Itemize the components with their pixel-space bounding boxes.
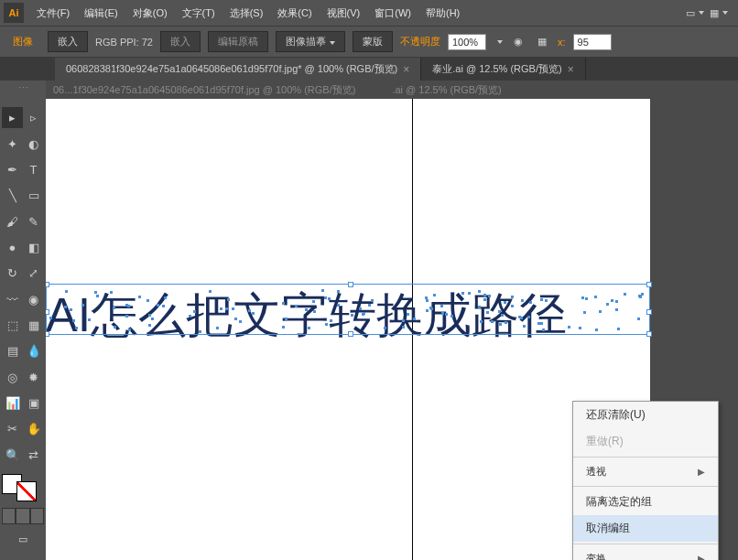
- swap-fill-stroke[interactable]: ⇄: [23, 445, 44, 466]
- menu-isolate-group[interactable]: 隔离选定的组: [573, 489, 718, 515]
- chevron-right-icon: ▶: [698, 554, 705, 560]
- align-icon[interactable]: ▦: [534, 34, 550, 50]
- image-trace-button[interactable]: 图像描摹: [276, 31, 345, 52]
- fill-stroke-swatches[interactable]: [2, 474, 44, 501]
- type-tool[interactable]: T: [23, 159, 44, 180]
- toolbox-handle[interactable]: ⋯: [2, 82, 44, 102]
- menu-text[interactable]: 文字(T): [175, 3, 222, 24]
- menu-undo[interactable]: 还原清除(U): [573, 402, 718, 428]
- selection-tool[interactable]: ▸: [2, 107, 23, 128]
- eraser-tool[interactable]: ◧: [23, 237, 44, 258]
- style-icon[interactable]: ◉: [510, 34, 526, 50]
- menu-help[interactable]: 帮助(H): [418, 3, 467, 24]
- ghost-tab-1: 06...1f30e924e75a1a0645086e061d95f70f.jp…: [53, 83, 355, 96]
- x-input[interactable]: 95: [573, 34, 612, 50]
- close-icon[interactable]: ×: [568, 63, 574, 76]
- line-tool[interactable]: ╲: [2, 185, 23, 206]
- gradient-tool[interactable]: ▦: [23, 315, 44, 336]
- tab-label: 060828381f30e924e75a1a0645086e061d95f70f…: [66, 62, 397, 76]
- mesh-tool[interactable]: ▤: [2, 340, 23, 361]
- pencil-tool[interactable]: ✎: [23, 211, 44, 232]
- opacity-label: 不透明度: [400, 35, 440, 48]
- canvas-area[interactable]: 06...1f30e924e75a1a0645086e061d95f70f.jp…: [46, 81, 738, 560]
- lasso-tool[interactable]: ◐: [23, 134, 44, 155]
- shape-builder-tool[interactable]: ⬚: [2, 315, 23, 336]
- mode-inside[interactable]: [30, 508, 44, 524]
- menu-redo: 重做(R): [573, 428, 718, 455]
- rotate-tool[interactable]: ↻: [2, 263, 23, 284]
- hand-tool[interactable]: ✋: [23, 418, 44, 439]
- slice-tool[interactable]: ✂: [2, 418, 23, 439]
- workspace-icon[interactable]: ▦: [711, 5, 727, 21]
- blend-tool[interactable]: ◎: [2, 367, 23, 388]
- layout-icon[interactable]: ▭: [687, 5, 703, 21]
- edit-original-button[interactable]: 编辑原稿: [208, 31, 268, 52]
- context-menu: 还原清除(U) 重做(R) 透视▶ 隔离选定的组 取消编组 变换▶ 排列▶ 选择…: [572, 401, 719, 560]
- close-icon[interactable]: ×: [403, 63, 409, 76]
- x-label: x:: [558, 37, 566, 48]
- menu-file[interactable]: 文件(F): [29, 3, 77, 24]
- draw-modes[interactable]: [2, 508, 44, 524]
- opacity-input[interactable]: 100%: [448, 34, 486, 50]
- symbol-tool[interactable]: ✹: [23, 367, 44, 388]
- direct-selection-tool[interactable]: ▹: [23, 107, 44, 128]
- menu-select[interactable]: 选择(S): [222, 3, 271, 24]
- menu-object[interactable]: 对象(O): [125, 3, 175, 24]
- chevron-right-icon: ▶: [698, 467, 705, 477]
- image-label: 图像: [5, 35, 40, 48]
- brush-tool[interactable]: 🖌: [2, 211, 23, 232]
- embed-button-1[interactable]: 嵌入: [48, 31, 88, 52]
- app-icon: Ai: [4, 3, 24, 23]
- toolbox: ⋯ ▸ ▹ ✦ ◐ ✒ T ╲ ▭ 🖌 ✎ ● ◧ ↻ ⤢ 〰 ◉ ⬚ ▦ ▤ …: [0, 81, 46, 560]
- tab-document-1[interactable]: 060828381f30e924e75a1a0645086e061d95f70f…: [55, 58, 421, 81]
- warp-tool[interactable]: ◉: [23, 289, 44, 310]
- menu-edit[interactable]: 编辑(E): [77, 3, 125, 24]
- screen-mode[interactable]: ▭: [2, 533, 44, 554]
- menu-effect[interactable]: 效果(C): [270, 3, 319, 24]
- ghost-tab-2: .ai @ 12.5% (RGB/预览): [392, 83, 501, 96]
- rectangle-tool[interactable]: ▭: [23, 185, 44, 206]
- outlined-text-object[interactable]: AI怎么把文字转换成路径: [46, 284, 567, 348]
- pen-tool[interactable]: ✒: [2, 159, 23, 180]
- eyedropper-tool[interactable]: 💧: [23, 340, 44, 361]
- stroke-color[interactable]: [16, 481, 37, 501]
- mask-button[interactable]: 蒙版: [353, 31, 393, 52]
- menu-ungroup[interactable]: 取消编组: [573, 515, 718, 542]
- scale-tool[interactable]: ⤢: [23, 263, 44, 284]
- menu-perspective[interactable]: 透视▶: [573, 459, 718, 484]
- blob-brush-tool[interactable]: ●: [2, 237, 23, 258]
- menu-window[interactable]: 窗口(W): [367, 3, 418, 24]
- rgb-ppi-label: RGB PPI: 72: [95, 37, 153, 48]
- width-tool[interactable]: 〰: [2, 289, 23, 310]
- graph-tool[interactable]: 📊: [2, 393, 23, 414]
- tab-label: 泰业.ai @ 12.5% (RGB/预览): [432, 62, 561, 76]
- menu-transform[interactable]: 变换▶: [573, 546, 718, 560]
- embed-button-2[interactable]: 嵌入: [160, 31, 201, 52]
- tab-document-2[interactable]: 泰业.ai @ 12.5% (RGB/预览) ×: [421, 58, 585, 81]
- magic-wand-tool[interactable]: ✦: [2, 134, 23, 155]
- mode-normal[interactable]: [2, 508, 16, 524]
- menu-view[interactable]: 视图(V): [320, 3, 368, 24]
- artboard-tool[interactable]: ▣: [23, 393, 44, 414]
- zoom-tool[interactable]: 🔍: [2, 445, 23, 466]
- mode-behind[interactable]: [16, 508, 29, 524]
